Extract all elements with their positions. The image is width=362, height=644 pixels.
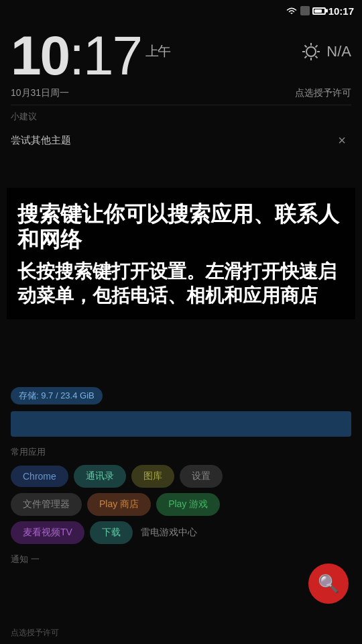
app-row-3: 麦看视频TV 下载 雷电游戏中心 [0, 519, 362, 547]
app-chip-chrome[interactable]: Chrome [11, 466, 68, 487]
date-label: 10月31日周一 [11, 87, 69, 99]
app-chip-download[interactable]: 下载 [90, 521, 133, 544]
tooltip-body: 长按搜索键打开设置。左滑打开快速启动菜单，包括电话、相机和应用商店 [17, 260, 345, 309]
app-chip-gallery[interactable]: 图库 [131, 465, 174, 488]
svg-line-8 [316, 46, 318, 48]
clock-area: 10:17上午 N/A [0, 21, 362, 86]
clock-hour: 10 [11, 25, 69, 86]
tooltip-title: 搜索键让你可以搜索应用、联系人和网络 [17, 201, 345, 253]
storage-badge: 存储: 9.7 / 23.4 GiB [11, 387, 103, 405]
suggestion-section: 小建议 [0, 105, 362, 125]
clock-display: 10:17上午 [11, 28, 170, 83]
wifi-icon [286, 6, 298, 15]
status-icons: 10:17 [286, 5, 354, 17]
clock-minute: 17 [83, 25, 141, 86]
svg-line-7 [316, 56, 318, 58]
clock-left: 10:17上午 [11, 28, 170, 83]
sun-icon [301, 42, 321, 62]
app-chip-settings[interactable]: 设置 [180, 465, 223, 488]
sim-icon [300, 6, 310, 15]
bottom-hint: 点选授予许可 [11, 627, 351, 639]
app-chip-filemanager[interactable]: 文件管理器 [11, 493, 82, 516]
notification-label: 通知 一 [0, 547, 362, 568]
svg-marker-0 [290, 13, 293, 14]
search-fab[interactable]: 🔍 [308, 564, 349, 604]
tooltip-overlay: 搜索键让你可以搜索应用、联系人和网络 长按搜索键打开设置。左滑打开快速启动菜单，… [0, 188, 362, 319]
theme-banner-text: 尝试其他主题 [11, 134, 71, 147]
app-chip-playstore[interactable]: Play 商店 [87, 493, 151, 516]
svg-line-6 [305, 46, 307, 48]
search-fab-icon: 🔍 [318, 574, 339, 594]
app-chip-thunder[interactable]: 雷电游戏中心 [138, 521, 200, 544]
clock-ampm: 上午 [145, 44, 170, 58]
svg-line-9 [305, 56, 307, 58]
app-row-2: 文件管理器 Play 商店 Play 游戏 [0, 490, 362, 519]
status-time: 10:17 [328, 5, 354, 17]
status-bar: 10:17 [0, 0, 362, 21]
weather-temp: N/A [326, 43, 351, 60]
app-chip-contacts[interactable]: 通讯录 [74, 465, 126, 488]
recent-apps-label: 常用应用 [0, 439, 362, 462]
app-chip-mktv[interactable]: 麦看视频TV [11, 521, 84, 544]
clock-right: N/A [301, 28, 351, 62]
storage-area: 存储: 9.7 / 23.4 GiB [0, 383, 362, 409]
highlight-row [11, 411, 351, 437]
app-chip-playgames[interactable]: Play 游戏 [156, 493, 220, 516]
theme-banner: 尝试其他主题 × [0, 125, 362, 155]
permission-label[interactable]: 点选授予许可 [295, 87, 351, 99]
tooltip-box: 搜索键让你可以搜索应用、联系人和网络 长按搜索键打开设置。左滑打开快速启动菜单，… [7, 188, 355, 319]
app-row-1: Chrome 通讯录 图库 设置 [0, 462, 362, 490]
svg-point-1 [306, 47, 316, 56]
date-row: 10月31日周一 点选授予许可 [0, 86, 362, 105]
theme-banner-close[interactable]: × [333, 131, 351, 150]
battery-icon [312, 7, 326, 15]
